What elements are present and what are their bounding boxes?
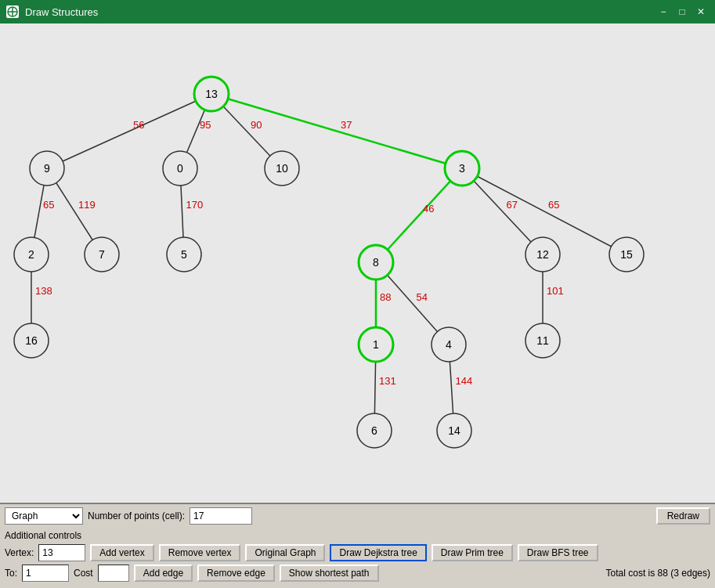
tree-node[interactable]: 15: [609, 237, 644, 272]
edge-weight: 144: [456, 375, 473, 387]
tree-node[interactable]: 12: [525, 237, 560, 272]
edge-weight: 88: [380, 291, 391, 303]
node-label: 1: [373, 338, 379, 351]
close-button[interactable]: ✕: [693, 4, 709, 20]
to-label: To:: [5, 568, 17, 579]
maximize-button[interactable]: □: [674, 4, 690, 20]
tree-node[interactable]: 2: [14, 237, 49, 272]
edge-weight: 90: [251, 119, 262, 131]
edge-weight: 95: [200, 119, 211, 131]
tree-node[interactable]: 3: [445, 151, 479, 186]
minimize-button[interactable]: −: [655, 4, 671, 20]
tree-node[interactable]: 1: [359, 327, 393, 362]
add-vertex-button[interactable]: Add vertex: [90, 544, 153, 561]
window-controls: − □ ✕: [655, 4, 709, 20]
add-edge-button[interactable]: Add edge: [134, 565, 193, 582]
node-label: 13: [205, 88, 218, 100]
prim-button[interactable]: Draw Prim tree: [432, 544, 513, 561]
node-label: 2: [28, 248, 34, 261]
node-label: 7: [99, 248, 105, 261]
to-input[interactable]: [22, 565, 69, 582]
node-label: 3: [459, 162, 465, 175]
total-cost-label: Total cost is 88 (3 edges): [606, 568, 710, 579]
node-label: 15: [620, 248, 633, 261]
bfs-button[interactable]: Draw BFS tree: [518, 544, 598, 561]
num-points-label: Number of points (cell):: [88, 510, 185, 521]
edge-weight: 131: [379, 375, 396, 387]
tree-node[interactable]: 0: [163, 151, 197, 186]
tree-node[interactable]: 10: [265, 151, 299, 186]
tree-node[interactable]: 11: [525, 323, 560, 358]
edge-weight: 101: [547, 285, 564, 297]
bottom-panel: Graph Number of points (cell): Redraw Ad…: [0, 503, 715, 588]
vertex-label: Vertex:: [5, 547, 34, 558]
controls-row-1: Vertex: Add vertex Remove vertex Origina…: [5, 544, 710, 561]
cost-input[interactable]: [98, 565, 129, 582]
app-icon: [6, 5, 19, 18]
edge-weight: 46: [423, 203, 434, 215]
edge-weight: 37: [341, 119, 352, 131]
canvas-area: 56959037651191704667651388854101131144 1…: [0, 23, 715, 503]
node-label: 5: [181, 248, 187, 261]
tree-node[interactable]: 7: [85, 237, 119, 272]
vertex-input[interactable]: [38, 544, 85, 561]
tree-node[interactable]: 14: [437, 413, 471, 448]
edge: [376, 168, 462, 262]
remove-vertex-button[interactable]: Remove vertex: [159, 544, 241, 561]
tree-node[interactable]: 5: [167, 237, 201, 272]
node-label: 10: [276, 162, 288, 175]
node-label: 16: [25, 334, 38, 347]
edge-weight: 119: [78, 199, 96, 211]
tree-svg: 56959037651191704667651388854101131144 1…: [0, 23, 715, 503]
edge-weight: 138: [35, 285, 52, 297]
node-label: 11: [536, 334, 549, 347]
edge-weight: 65: [548, 199, 559, 211]
cost-label: Cost: [74, 568, 93, 579]
node-label: 14: [448, 424, 460, 437]
toolbar-row: Graph Number of points (cell): Redraw: [5, 507, 710, 525]
tree-node[interactable]: 9: [30, 151, 64, 186]
graph-selector[interactable]: Graph: [5, 507, 83, 525]
tree-node[interactable]: 8: [359, 245, 393, 280]
titlebar: Draw Structures − □ ✕: [0, 0, 715, 23]
tree-node[interactable]: 13: [194, 77, 229, 111]
node-label: 12: [536, 248, 549, 261]
node-label: 8: [373, 256, 379, 269]
num-points-input[interactable]: [190, 507, 252, 525]
controls-row-2: To: Cost Add edge Remove edge Show short…: [5, 565, 710, 582]
node-label: 0: [177, 162, 183, 175]
node-label: 9: [44, 162, 50, 175]
edge-weight: 170: [186, 199, 204, 211]
dejkstra-button[interactable]: Draw Dejkstra tree: [330, 544, 426, 561]
original-graph-button[interactable]: Original Graph: [245, 544, 325, 561]
edge-weight: 56: [133, 119, 144, 131]
tree-node[interactable]: 4: [432, 327, 466, 362]
shortest-path-button[interactable]: Show shortest path: [280, 565, 379, 582]
edge-weight: 65: [43, 199, 54, 211]
redraw-button[interactable]: Redraw: [656, 507, 710, 525]
edge-weight: 54: [417, 291, 428, 303]
node-label: 6: [371, 424, 377, 437]
additional-controls-label: Additional controls: [5, 530, 81, 541]
window-title: Draw Structures: [25, 6, 655, 18]
tree-node[interactable]: 16: [14, 323, 49, 358]
edge-weight: 67: [507, 199, 518, 211]
edge: [211, 94, 462, 168]
remove-edge-button[interactable]: Remove edge: [197, 565, 275, 582]
node-label: 4: [446, 338, 452, 351]
tree-node[interactable]: 6: [357, 413, 392, 448]
